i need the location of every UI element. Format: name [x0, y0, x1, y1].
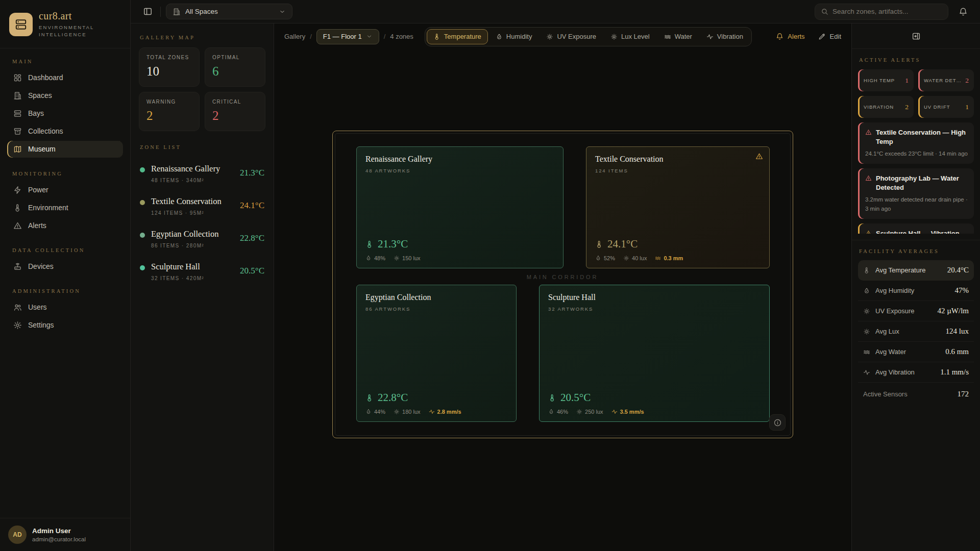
sidebar-nav: MAIN Dashboard Spaces Bays Collections M…	[0, 48, 130, 518]
avg-row-uv[interactable]: UV Exposure 42 µW/lm	[858, 301, 974, 321]
active-alerts-section: ACTIVE ALERTS HIGH TEMP1 WATER DETECTED2…	[852, 49, 980, 234]
zone-stats: TOTAL ZONES 10 OPTIMAL 6 WARNING 2 CRITI…	[139, 47, 265, 131]
status-dot	[140, 233, 145, 238]
sun-icon	[394, 409, 400, 415]
vibration-stat: 3.5 mm/s	[611, 409, 644, 415]
droplet-icon	[863, 287, 870, 294]
zone-card-egyptian-collection[interactable]: Egyptian Collection 86 ARTWORKS 22.8°C 4…	[356, 285, 517, 422]
pencil-icon	[818, 33, 826, 40]
humidity-stat: 46%	[548, 409, 568, 415]
activity-icon	[863, 369, 870, 376]
sensor-toggle-humidity[interactable]: Humidity	[489, 29, 539, 44]
alerts-panel: ACTIVE ALERTS HIGH TEMP1 WATER DETECTED2…	[851, 23, 980, 551]
vibration-stat: 2.8 mm/s	[429, 409, 461, 415]
humidity-stat: 52%	[595, 255, 615, 261]
chip-uv-drift[interactable]: UV DRIFT1	[918, 96, 974, 118]
chip-high-temp[interactable]: HIGH TEMP1	[858, 69, 914, 91]
sensor-toggle-uv[interactable]: UV Exposure	[540, 29, 603, 44]
avg-row-temperature[interactable]: Avg Temperature 20.4°C	[858, 260, 974, 281]
warning-triangle-icon	[865, 175, 872, 182]
water-stat: 0.3 mm	[655, 255, 683, 261]
sidebar-item-settings[interactable]: Settings	[7, 317, 123, 334]
zap-icon	[13, 186, 22, 194]
chip-water-detected[interactable]: WATER DETECTED2	[918, 69, 974, 91]
sun-icon	[623, 255, 629, 261]
zone-list-item[interactable]: Renaissance Gallery48 ITEMS · 340M² 21.3…	[139, 157, 265, 190]
zone-card-renaissance-gallery[interactable]: Renaissance Gallery 48 ARTWORKS 21.3°C 4…	[356, 146, 564, 268]
zone-list-item[interactable]: Egyptian Collection86 ITEMS · 280M² 22.8…	[139, 222, 265, 255]
droplet-icon	[365, 409, 372, 415]
lux-stat: 250 lux	[576, 409, 603, 415]
lux-stat: 150 lux	[394, 255, 420, 261]
active-alerts-title: ACTIVE ALERTS	[859, 57, 973, 63]
avg-row-lux[interactable]: Avg Lux 124 lux	[858, 321, 974, 342]
zone-list-item[interactable]: Sculpture Hall32 ITEMS · 420M² 20.5°C	[139, 255, 265, 288]
thermometer-icon	[365, 240, 374, 248]
topbar: All Spaces	[131, 0, 980, 23]
lux-stat: 180 lux	[394, 409, 420, 415]
brand-name: cur8.art	[39, 10, 94, 22]
breadcrumb-root[interactable]: Gallery	[284, 33, 305, 40]
warning-triangle-icon	[865, 129, 872, 136]
status-dot	[140, 200, 145, 205]
activity-icon	[429, 409, 435, 415]
sensor-toggle-temperature[interactable]: Temperature	[427, 29, 488, 44]
topbar-divider	[160, 7, 161, 17]
alert-card[interactable]: Sculpture Hall — Vibration	[858, 223, 974, 234]
activity-icon	[706, 33, 714, 40]
zone-card-sculpture-hall[interactable]: Sculpture Hall 32 ARTWORKS 20.5°C 46% 25…	[539, 285, 770, 422]
stat-total-zones: TOTAL ZONES 10	[139, 47, 200, 87]
sidebar-item-alerts[interactable]: Alerts	[7, 217, 123, 234]
panel-left-icon	[143, 7, 153, 16]
sidebar-item-devices[interactable]: Devices	[7, 258, 123, 275]
panel-collapse-button[interactable]	[909, 29, 924, 44]
map-info-button[interactable]	[769, 414, 786, 431]
alert-chips: HIGH TEMP1 WATER DETECTED2 VIBRATION2 UV…	[858, 69, 974, 118]
main-sidebar: cur8.art ENVIRONMENTALINTELLIGENCE MAIN …	[0, 0, 131, 551]
user-menu[interactable]: AD Admin User admin@curator.local	[0, 518, 130, 551]
sidebar-item-spaces[interactable]: Spaces	[7, 87, 123, 104]
floor-selector[interactable]: F1 — Floor 1	[316, 29, 379, 44]
grid-icon	[13, 73, 22, 82]
zone-list-item[interactable]: Textile Conservation124 ITEMS · 95M² 24.…	[139, 190, 265, 222]
sidebar-item-museum[interactable]: Museum	[7, 141, 123, 158]
sun-icon	[546, 33, 553, 40]
alert-card[interactable]: Photography Lab — Water Detected 3.2mm w…	[858, 168, 974, 219]
map-area: Gallery / F1 — Floor 1 / 4 zones Tempera…	[274, 23, 851, 551]
space-selector[interactable]: All Spaces	[166, 4, 292, 19]
avg-row-vibration[interactable]: Avg Vibration 1.1 mm/s	[858, 362, 974, 383]
sidebar-item-bays[interactable]: Bays	[7, 105, 123, 122]
zone-list: Renaissance Gallery48 ITEMS · 340M² 21.3…	[139, 157, 265, 288]
chip-vibration[interactable]: VIBRATION2	[858, 96, 914, 118]
brand: cur8.art ENVIRONMENTALINTELLIGENCE	[0, 0, 130, 48]
sidebar-item-users[interactable]: Users	[7, 299, 123, 316]
sidebar-item-power[interactable]: Power	[7, 182, 123, 198]
search-input[interactable]	[832, 8, 942, 15]
sidebar-item-environment[interactable]: Environment	[7, 199, 123, 216]
zone-temp: 20.5°C	[240, 262, 264, 276]
users-icon	[13, 303, 22, 312]
stat-optimal: OPTIMAL 6	[205, 47, 265, 87]
sensor-toggle-water[interactable]: Water	[657, 29, 699, 44]
alerts-button[interactable]: Alerts	[776, 33, 804, 40]
edit-button[interactable]: Edit	[818, 33, 841, 40]
alert-card[interactable]: Textile Conservation — High Temp 24.1°C …	[858, 122, 974, 164]
thermometer-icon	[13, 204, 22, 212]
zone-temp: 24.1°C	[240, 196, 264, 211]
warning-triangle-icon	[755, 153, 763, 160]
status-dot	[140, 265, 145, 270]
notifications-button[interactable]	[955, 4, 971, 19]
sidebar-toggle-button[interactable]	[140, 4, 155, 19]
avg-row-water[interactable]: Avg Water 0.6 mm	[858, 342, 974, 362]
map-header: Gallery / F1 — Floor 1 / 4 zones Tempera…	[274, 23, 851, 49]
building-icon	[173, 8, 181, 16]
sensor-toggle-lux[interactable]: Lux Level	[604, 29, 656, 44]
sidebar-item-dashboard[interactable]: Dashboard	[7, 69, 123, 86]
zone-card-textile-conservation[interactable]: Textile Conservation 124 ITEMS 24.1°C 52…	[586, 146, 770, 268]
sidebar-item-collections[interactable]: Collections	[7, 123, 123, 140]
sensor-toggle-vibration[interactable]: Vibration	[700, 29, 750, 44]
user-email: admin@curator.local	[32, 536, 86, 542]
waves-icon	[655, 255, 661, 261]
humidity-stat: 44%	[365, 409, 385, 415]
avg-row-humidity[interactable]: Avg Humidity 47%	[858, 281, 974, 301]
